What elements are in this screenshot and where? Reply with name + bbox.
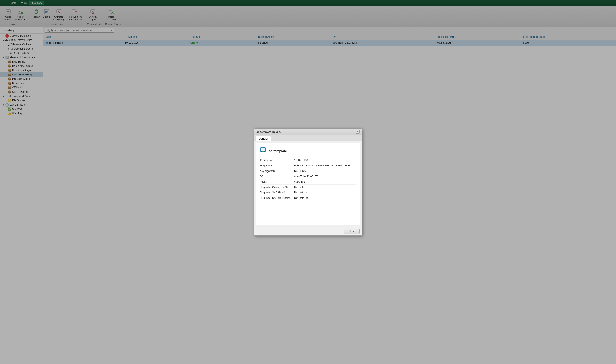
detail-value: FoPQGj/8SizsoekGGiNNd+Gv1wCrRSR1LJWSlu [294,164,356,167]
detail-row: IP address: 10.10.1.106 [260,158,356,163]
detail-label: Plug-in for SAP on Oracle: [260,196,294,199]
tab-general[interactable]: General [256,136,271,141]
detail-row: OS: openEuler 22.03 LTS [260,174,356,179]
details-modal: oe-template Details ✕ General oe-templat… [254,128,362,236]
detail-row: Agent: 6.2.0.101 [260,179,356,185]
modal-header: oe-template Details ✕ [254,129,362,135]
detail-label: Key algorithm: [260,169,294,172]
detail-hostname: oe-template [269,149,287,153]
modal-title: oe-template Details [256,130,280,133]
detail-row: Key algorithm: SSH-RSA [260,169,356,174]
modal-footer: Close [254,227,362,235]
detail-value: Not installed [294,186,356,189]
detail-value: Not installed [294,196,356,199]
modal-close-footer-button[interactable]: Close [344,229,360,234]
detail-value: openEuler 22.03 LTS [294,175,356,178]
detail-header: oe-template [260,147,356,155]
detail-row: Fingerprint: FoPQGj/8SizsoekGGiNNd+Gv1wC… [260,163,356,169]
detail-value: SSH-RSA [294,169,356,172]
detail-row: Plug-in for Oracle RMAN: Not installed [260,185,356,190]
detail-value: 10.10.1.106 [294,159,356,162]
svg-rect-10 [261,148,265,151]
modal-overlay: oe-template Details ✕ General oe-templat… [0,0,616,364]
svg-rect-11 [262,151,264,152]
detail-value: 6.2.0.101 [294,180,356,183]
detail-label: Agent: [260,180,294,183]
detail-row: Plug-in for SAP HANA: Not installed [260,190,356,195]
detail-label: Plug-in for Oracle RMAN: [260,186,294,189]
modal-body: oe-template IP address: 10.10.1.106 Fing… [256,143,360,225]
detail-value: Not installed [294,191,356,194]
modal-close-button[interactable]: ✕ [356,130,360,134]
detail-label: OS: [260,175,294,178]
detail-label: Fingerprint: [260,164,294,167]
detail-host-icon [260,147,266,155]
detail-label: Plug-in for SAP HANA: [260,191,294,194]
detail-label: IP address: [260,159,294,162]
modal-tabs: General [254,135,362,141]
detail-row: Plug-in for SAP on Oracle: Not installed [260,195,356,201]
